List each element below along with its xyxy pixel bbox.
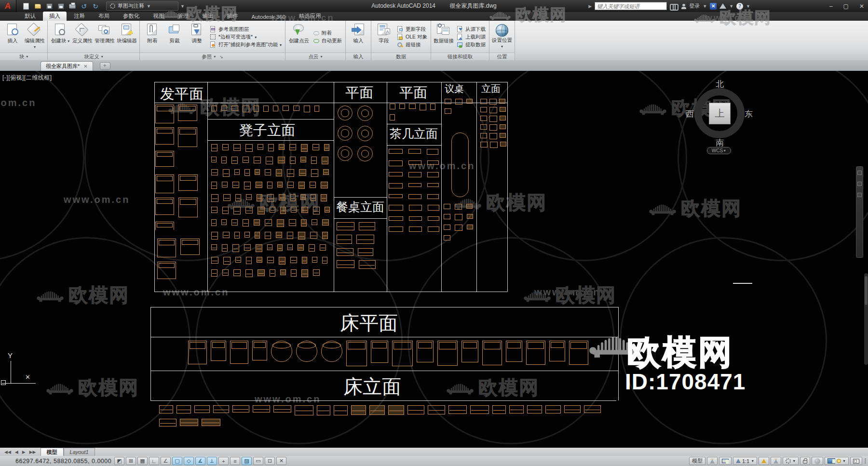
insert-block-button[interactable]: 插入	[2, 22, 23, 53]
plot-button[interactable]	[68, 2, 77, 11]
model-space-button[interactable]: 模型	[689, 457, 705, 465]
statusbar-toggle-dynamic-input[interactable]: +	[218, 457, 229, 465]
tab-annotate[interactable]: 注释	[68, 12, 91, 21]
workspace-switcher[interactable]: 草图与注释 ▼	[106, 1, 178, 11]
a360-dropdown-icon[interactable]: ▼	[729, 4, 733, 9]
workspace-switching-button[interactable]: ▼	[783, 457, 799, 465]
tab-view[interactable]: 视图	[147, 12, 171, 21]
pointcloud-attach-item[interactable]: 附着	[313, 30, 342, 37]
new-document-tab-button[interactable]	[100, 62, 110, 70]
update-fields-item[interactable]: 更新字段	[397, 26, 427, 33]
manage-attributes-button[interactable]: 管理属性	[94, 22, 115, 53]
application-menu-button[interactable]: A	[0, 0, 16, 12]
hyperlink-item[interactable]: 超链接	[397, 41, 427, 48]
panel-footer-point-cloud[interactable]: 点云▾	[285, 53, 345, 60]
first-layout-button[interactable]: ◀◀	[3, 450, 13, 454]
statusbar-toggle-dynamic-ucs[interactable]: ⟂	[207, 457, 217, 465]
statusbar-toggle-object-snap[interactable]: ▢	[172, 457, 182, 465]
create-block-button[interactable]: 创建块 ▾	[50, 22, 71, 53]
statusbar-toggle-infer-constraints[interactable]: ◩	[114, 457, 124, 465]
document-tab[interactable]: 很全家具图库* ✕	[41, 61, 93, 71]
block-editor-button[interactable]: 块编辑器	[116, 22, 137, 53]
quick-view-drawings-button[interactable]	[719, 457, 732, 465]
exchange-apps-icon[interactable]: ✕	[710, 3, 717, 10]
drawing-canvas[interactable]: www.om.cn www.om.cn www.om.cn www.om.cn …	[0, 71, 868, 448]
statusbar-toggle-selection-cycling[interactable]: ⊡	[265, 457, 275, 465]
search-icon[interactable]	[670, 3, 678, 10]
upload-to-source-item[interactable]: 上载到源	[457, 34, 486, 40]
download-from-source-item[interactable]: 从源下载	[457, 26, 486, 33]
create-point-cloud-button[interactable]: 创建点云	[287, 22, 311, 53]
navbar-tool-icon[interactable]	[857, 182, 862, 186]
attach-button[interactable]: 附着	[142, 22, 163, 53]
maximize-button[interactable]: ▢	[843, 3, 849, 10]
infocenter-collapse-icon[interactable]: ▶	[588, 4, 592, 9]
minimize-button[interactable]: –	[829, 3, 833, 10]
viewcube-north[interactable]: 北	[716, 79, 724, 90]
prev-layout-button[interactable]: ◀	[14, 450, 20, 454]
statusbar-toggle-ortho-mode[interactable]: ∟	[149, 457, 159, 465]
tab-insert[interactable]: 插入	[43, 12, 67, 21]
help-dropdown-icon[interactable]: ▼	[746, 4, 750, 9]
viewport-controls-label[interactable]: [-][俯视][二维线框]	[2, 74, 52, 82]
import-button[interactable]: 输入	[348, 22, 369, 53]
next-layout-button[interactable]: ▶	[21, 450, 27, 454]
resize-grip[interactable]	[865, 458, 866, 464]
qat-customize-button[interactable]: ▼	[180, 4, 185, 9]
annotation-scale-button[interactable]: 1:1▼	[733, 457, 757, 465]
redo-button[interactable]: ↻	[91, 2, 100, 11]
help-button[interactable]: ?	[736, 3, 743, 10]
panel-launcher-icon[interactable]: ↘	[219, 54, 223, 59]
viewcube-east[interactable]: 东	[745, 108, 753, 120]
tab-plugins[interactable]: 插件	[221, 12, 244, 21]
scrollbar-thumb[interactable]	[865, 276, 868, 305]
tab-output[interactable]: 输出	[196, 12, 220, 21]
statusbar-toggle-snap-mode[interactable]: ⊞	[126, 457, 136, 465]
layout1-tab[interactable]: Layout1	[64, 448, 95, 456]
annotation-autoscale-button[interactable]	[771, 457, 781, 465]
save-button[interactable]	[44, 2, 54, 11]
panel-footer-block[interactable]: 块▾	[0, 53, 47, 60]
underlay-layers-item[interactable]: 参考底图图层	[210, 26, 282, 33]
ole-object-item[interactable]: OLE 对象	[397, 34, 427, 40]
viewcube[interactable]: 上 北 南 西 东 WCS ▼	[691, 80, 748, 158]
sign-in-dropdown-icon[interactable]: ▼	[703, 4, 707, 9]
define-attributes-button[interactable]: 定义属性	[72, 22, 93, 53]
navbar-tool-icon[interactable]	[857, 193, 862, 197]
sign-in-button[interactable]: 登录	[689, 2, 700, 10]
extract-data-item[interactable]: 提取数据	[457, 41, 486, 48]
annotation-visibility-button[interactable]	[759, 457, 769, 465]
statusbar-toggle-polar-tracking[interactable]: ∠	[161, 457, 171, 465]
pointcloud-autoupdate-item[interactable]: 自动更新	[313, 38, 342, 44]
statusbar-toggle-3d-object-snap[interactable]: ◇	[184, 457, 194, 465]
geographic-location-button[interactable]	[812, 457, 823, 465]
statusbar-toggle-grid-display[interactable]: ▦	[137, 457, 148, 465]
hardware-acceleration-button[interactable]: ▼	[825, 457, 849, 465]
data-link-button[interactable]: 数据链接	[433, 22, 454, 53]
quick-view-layouts-button[interactable]	[707, 457, 718, 465]
statusbar-toggle-object-snap-tracking[interactable]: ∡	[195, 457, 205, 465]
open-file-button[interactable]	[33, 2, 42, 11]
undo-button[interactable]: ↺	[79, 2, 89, 11]
edit-attributes-button[interactable]: 编辑属性 ▾	[24, 22, 45, 53]
autodesk360-icon[interactable]	[719, 3, 726, 9]
statusbar-toggle-annotation-monitor[interactable]: ✕	[276, 457, 286, 465]
tab-layout[interactable]: 布局	[92, 12, 116, 21]
tab-manage[interactable]: 管理	[172, 12, 195, 21]
frame-variable-item[interactable]: *边框可变选项* ▾	[210, 34, 282, 40]
set-location-button[interactable]: 设置位置 ▾	[491, 22, 513, 53]
panel-footer-location[interactable]: 位置	[489, 53, 515, 60]
clip-button[interactable]: 剪裁	[164, 22, 185, 53]
toolbar-lock-button[interactable]	[800, 457, 810, 465]
statusbar-toggle-quick-properties[interactable]: ▭	[253, 457, 263, 465]
navbar-tool-icon[interactable]	[857, 171, 862, 175]
panel-footer-block-definition[interactable]: 块定义▾	[48, 53, 139, 60]
search-input[interactable]	[595, 2, 667, 10]
field-button[interactable]: A 字段	[373, 22, 394, 53]
vertical-scrollbar[interactable]	[864, 273, 868, 365]
viewcube-top-face[interactable]: 上	[709, 103, 731, 124]
statusbar-toggle-lineweight[interactable]: ≡	[230, 457, 240, 465]
model-tab[interactable]: 模型	[41, 448, 64, 456]
tab-parametric[interactable]: 参数化	[117, 12, 146, 21]
tab-autodesk360[interactable]: Autodesk 360	[245, 13, 292, 21]
